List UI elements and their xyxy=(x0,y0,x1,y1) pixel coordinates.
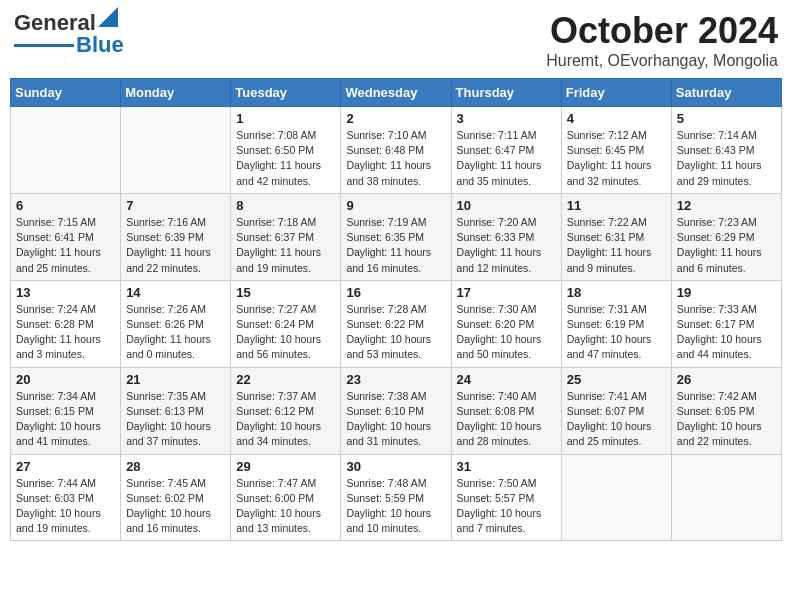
calendar-cell: 26Sunrise: 7:42 AMSunset: 6:05 PMDayligh… xyxy=(671,367,781,454)
day-number: 15 xyxy=(236,285,335,300)
day-info: Sunrise: 7:38 AMSunset: 6:10 PMDaylight:… xyxy=(346,389,445,450)
day-info: Sunrise: 7:18 AMSunset: 6:37 PMDaylight:… xyxy=(236,215,335,276)
calendar-cell: 10Sunrise: 7:20 AMSunset: 6:33 PMDayligh… xyxy=(451,193,561,280)
day-info: Sunrise: 7:14 AMSunset: 6:43 PMDaylight:… xyxy=(677,128,776,189)
logo-blue: Blue xyxy=(76,32,124,58)
day-info: Sunrise: 7:12 AMSunset: 6:45 PMDaylight:… xyxy=(567,128,666,189)
day-info: Sunrise: 7:44 AMSunset: 6:03 PMDaylight:… xyxy=(16,476,115,537)
calendar-cell: 16Sunrise: 7:28 AMSunset: 6:22 PMDayligh… xyxy=(341,280,451,367)
day-info: Sunrise: 7:47 AMSunset: 6:00 PMDaylight:… xyxy=(236,476,335,537)
week-row-5: 27Sunrise: 7:44 AMSunset: 6:03 PMDayligh… xyxy=(11,454,782,541)
calendar-cell: 22Sunrise: 7:37 AMSunset: 6:12 PMDayligh… xyxy=(231,367,341,454)
calendar-cell: 18Sunrise: 7:31 AMSunset: 6:19 PMDayligh… xyxy=(561,280,671,367)
month-title: October 2024 xyxy=(546,10,778,52)
calendar-cell: 21Sunrise: 7:35 AMSunset: 6:13 PMDayligh… xyxy=(121,367,231,454)
calendar-cell: 12Sunrise: 7:23 AMSunset: 6:29 PMDayligh… xyxy=(671,193,781,280)
calendar-cell xyxy=(671,454,781,541)
day-number: 11 xyxy=(567,198,666,213)
calendar-cell: 9Sunrise: 7:19 AMSunset: 6:35 PMDaylight… xyxy=(341,193,451,280)
day-info: Sunrise: 7:15 AMSunset: 6:41 PMDaylight:… xyxy=(16,215,115,276)
calendar-cell: 31Sunrise: 7:50 AMSunset: 5:57 PMDayligh… xyxy=(451,454,561,541)
day-number: 30 xyxy=(346,459,445,474)
day-number: 17 xyxy=(457,285,556,300)
day-number: 6 xyxy=(16,198,115,213)
day-info: Sunrise: 7:19 AMSunset: 6:35 PMDaylight:… xyxy=(346,215,445,276)
page-header: General Blue October 2024 Huremt, OEvorh… xyxy=(10,10,782,70)
calendar-cell: 4Sunrise: 7:12 AMSunset: 6:45 PMDaylight… xyxy=(561,107,671,194)
logo: General Blue xyxy=(14,10,124,58)
header-day-wednesday: Wednesday xyxy=(341,79,451,107)
calendar-cell: 20Sunrise: 7:34 AMSunset: 6:15 PMDayligh… xyxy=(11,367,121,454)
day-info: Sunrise: 7:23 AMSunset: 6:29 PMDaylight:… xyxy=(677,215,776,276)
day-number: 7 xyxy=(126,198,225,213)
day-info: Sunrise: 7:37 AMSunset: 6:12 PMDaylight:… xyxy=(236,389,335,450)
calendar-cell: 25Sunrise: 7:41 AMSunset: 6:07 PMDayligh… xyxy=(561,367,671,454)
day-info: Sunrise: 7:24 AMSunset: 6:28 PMDaylight:… xyxy=(16,302,115,363)
calendar-cell: 24Sunrise: 7:40 AMSunset: 6:08 PMDayligh… xyxy=(451,367,561,454)
day-number: 10 xyxy=(457,198,556,213)
day-number: 1 xyxy=(236,111,335,126)
calendar-cell: 28Sunrise: 7:45 AMSunset: 6:02 PMDayligh… xyxy=(121,454,231,541)
location-title: Huremt, OEvorhangay, Mongolia xyxy=(546,52,778,70)
day-info: Sunrise: 7:20 AMSunset: 6:33 PMDaylight:… xyxy=(457,215,556,276)
day-info: Sunrise: 7:33 AMSunset: 6:17 PMDaylight:… xyxy=(677,302,776,363)
calendar-cell: 29Sunrise: 7:47 AMSunset: 6:00 PMDayligh… xyxy=(231,454,341,541)
calendar-cell: 19Sunrise: 7:33 AMSunset: 6:17 PMDayligh… xyxy=(671,280,781,367)
header-day-monday: Monday xyxy=(121,79,231,107)
day-number: 13 xyxy=(16,285,115,300)
calendar-cell: 3Sunrise: 7:11 AMSunset: 6:47 PMDaylight… xyxy=(451,107,561,194)
day-number: 23 xyxy=(346,372,445,387)
day-info: Sunrise: 7:41 AMSunset: 6:07 PMDaylight:… xyxy=(567,389,666,450)
day-info: Sunrise: 7:22 AMSunset: 6:31 PMDaylight:… xyxy=(567,215,666,276)
logo-arrow-icon xyxy=(98,7,118,27)
day-info: Sunrise: 7:08 AMSunset: 6:50 PMDaylight:… xyxy=(236,128,335,189)
week-row-1: 1Sunrise: 7:08 AMSunset: 6:50 PMDaylight… xyxy=(11,107,782,194)
day-number: 25 xyxy=(567,372,666,387)
day-number: 9 xyxy=(346,198,445,213)
calendar-cell: 14Sunrise: 7:26 AMSunset: 6:26 PMDayligh… xyxy=(121,280,231,367)
calendar-cell: 7Sunrise: 7:16 AMSunset: 6:39 PMDaylight… xyxy=(121,193,231,280)
day-info: Sunrise: 7:31 AMSunset: 6:19 PMDaylight:… xyxy=(567,302,666,363)
day-info: Sunrise: 7:27 AMSunset: 6:24 PMDaylight:… xyxy=(236,302,335,363)
day-number: 27 xyxy=(16,459,115,474)
day-number: 24 xyxy=(457,372,556,387)
calendar-cell: 27Sunrise: 7:44 AMSunset: 6:03 PMDayligh… xyxy=(11,454,121,541)
day-info: Sunrise: 7:30 AMSunset: 6:20 PMDaylight:… xyxy=(457,302,556,363)
day-info: Sunrise: 7:40 AMSunset: 6:08 PMDaylight:… xyxy=(457,389,556,450)
day-number: 2 xyxy=(346,111,445,126)
day-info: Sunrise: 7:48 AMSunset: 5:59 PMDaylight:… xyxy=(346,476,445,537)
day-info: Sunrise: 7:35 AMSunset: 6:13 PMDaylight:… xyxy=(126,389,225,450)
day-info: Sunrise: 7:45 AMSunset: 6:02 PMDaylight:… xyxy=(126,476,225,537)
week-row-4: 20Sunrise: 7:34 AMSunset: 6:15 PMDayligh… xyxy=(11,367,782,454)
calendar-cell: 23Sunrise: 7:38 AMSunset: 6:10 PMDayligh… xyxy=(341,367,451,454)
calendar-cell xyxy=(561,454,671,541)
calendar-cell: 11Sunrise: 7:22 AMSunset: 6:31 PMDayligh… xyxy=(561,193,671,280)
day-number: 28 xyxy=(126,459,225,474)
day-number: 3 xyxy=(457,111,556,126)
calendar-cell: 13Sunrise: 7:24 AMSunset: 6:28 PMDayligh… xyxy=(11,280,121,367)
header-day-friday: Friday xyxy=(561,79,671,107)
day-number: 5 xyxy=(677,111,776,126)
calendar-cell: 6Sunrise: 7:15 AMSunset: 6:41 PMDaylight… xyxy=(11,193,121,280)
day-info: Sunrise: 7:28 AMSunset: 6:22 PMDaylight:… xyxy=(346,302,445,363)
week-row-3: 13Sunrise: 7:24 AMSunset: 6:28 PMDayligh… xyxy=(11,280,782,367)
day-number: 19 xyxy=(677,285,776,300)
day-number: 26 xyxy=(677,372,776,387)
calendar-table: SundayMondayTuesdayWednesdayThursdayFrid… xyxy=(10,78,782,541)
day-number: 8 xyxy=(236,198,335,213)
day-number: 4 xyxy=(567,111,666,126)
header-day-tuesday: Tuesday xyxy=(231,79,341,107)
day-number: 12 xyxy=(677,198,776,213)
calendar-cell: 8Sunrise: 7:18 AMSunset: 6:37 PMDaylight… xyxy=(231,193,341,280)
day-info: Sunrise: 7:16 AMSunset: 6:39 PMDaylight:… xyxy=(126,215,225,276)
day-number: 20 xyxy=(16,372,115,387)
day-info: Sunrise: 7:26 AMSunset: 6:26 PMDaylight:… xyxy=(126,302,225,363)
calendar-cell xyxy=(121,107,231,194)
day-info: Sunrise: 7:10 AMSunset: 6:48 PMDaylight:… xyxy=(346,128,445,189)
day-number: 29 xyxy=(236,459,335,474)
header-day-thursday: Thursday xyxy=(451,79,561,107)
title-block: October 2024 Huremt, OEvorhangay, Mongol… xyxy=(546,10,778,70)
calendar-cell: 5Sunrise: 7:14 AMSunset: 6:43 PMDaylight… xyxy=(671,107,781,194)
calendar-cell: 1Sunrise: 7:08 AMSunset: 6:50 PMDaylight… xyxy=(231,107,341,194)
calendar-cell: 30Sunrise: 7:48 AMSunset: 5:59 PMDayligh… xyxy=(341,454,451,541)
